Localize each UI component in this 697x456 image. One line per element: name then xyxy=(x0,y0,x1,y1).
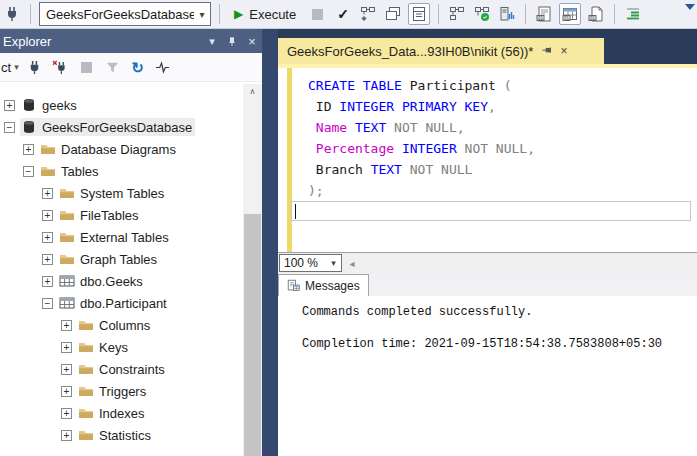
execute-button[interactable]: ▶ Execute xyxy=(228,2,302,26)
panel-splitter[interactable] xyxy=(262,29,278,456)
estimated-plan-icon[interactable] xyxy=(358,4,378,24)
expand-toggle[interactable]: + xyxy=(4,100,15,111)
scroll-up-icon[interactable]: ∧ xyxy=(243,84,262,100)
tree-item-filetables[interactable]: +FileTables xyxy=(0,204,243,226)
code-line: Branch TEXT NOT NULL xyxy=(308,159,697,180)
client-stats-icon[interactable] xyxy=(497,4,517,24)
tree-item-keys[interactable]: +Keys xyxy=(0,336,243,358)
tree-item-system-tables[interactable]: +System Tables xyxy=(0,182,243,204)
expand-toggle[interactable]: + xyxy=(42,276,53,287)
expand-toggle[interactable]: + xyxy=(61,342,72,353)
editor-horizontal-scrollbar[interactable]: ◂ xyxy=(344,255,697,272)
object-tree: +geeks−GeeksForGeeksDatabase+Database Di… xyxy=(0,82,243,456)
results-tab-strip: Messages xyxy=(278,273,697,296)
message-line xyxy=(302,320,697,336)
expand-toggle[interactable]: + xyxy=(23,144,34,155)
explorer-title: Explorer xyxy=(3,34,51,49)
code-line: Percentage INTEGER NOT NULL, xyxy=(308,138,697,159)
pin-icon[interactable] xyxy=(541,42,552,60)
tree-item-geeksforgeeksdatabase[interactable]: −GeeksForGeeksDatabase xyxy=(0,116,243,138)
svg-text:01: 01 xyxy=(564,16,570,21)
messages-output: Commands completed successfully. Complet… xyxy=(278,296,697,456)
toolbar-overflow-icon[interactable] xyxy=(685,4,695,10)
parse-query-icon[interactable]: ✓ xyxy=(333,6,353,22)
folder-icon xyxy=(40,163,56,179)
tree-item-indexes[interactable]: +Indexes xyxy=(0,402,243,424)
scrollbar-thumb[interactable] xyxy=(244,214,261,456)
tree-item-columns[interactable]: +Columns xyxy=(0,314,243,336)
sql-editor[interactable]: CREATE TABLE Participant ( ID INTEGER PR… xyxy=(278,68,697,252)
expand-toggle[interactable]: + xyxy=(61,386,72,397)
folder-icon xyxy=(78,383,94,399)
change-connection-icon[interactable] xyxy=(2,4,22,24)
tree-item-label: Triggers xyxy=(99,384,146,399)
tree-item-body: GeeksForGeeksDatabase xyxy=(20,118,195,136)
message-line: Completion time: 2021-09-15T18:54:38.758… xyxy=(302,336,697,352)
database-icon xyxy=(21,97,37,113)
zoom-level-select[interactable]: 100 % ▾ xyxy=(279,254,342,272)
collapse-toggle[interactable]: − xyxy=(4,122,15,133)
tree-item-external-tables[interactable]: +External Tables xyxy=(0,226,243,248)
collapse-toggle[interactable]: − xyxy=(42,298,53,309)
chevron-down-icon[interactable]: ▾ xyxy=(194,9,210,20)
tree-item-graph-tables[interactable]: +Graph Tables xyxy=(0,248,243,270)
tree-item-body: Columns xyxy=(77,316,153,334)
tree-item-label: dbo.Geeks xyxy=(80,274,143,289)
intellisense-icon[interactable] xyxy=(408,3,430,25)
messages-icon xyxy=(287,279,300,292)
scroll-left-icon[interactable]: ◂ xyxy=(344,258,360,269)
tree-item-dbo-participant[interactable]: −dbo.Participant xyxy=(0,292,243,314)
results-to-file-icon[interactable]: 01 xyxy=(586,4,606,24)
tree-item-body: FileTables xyxy=(58,206,142,224)
toolbar-separator xyxy=(219,4,220,24)
tree-item-triggers[interactable]: +Triggers xyxy=(0,380,243,402)
code-area[interactable]: CREATE TABLE Participant ( ID INTEGER PR… xyxy=(292,75,697,201)
tree-item-tables[interactable]: −Tables xyxy=(0,160,243,182)
tree-item-database-diagrams[interactable]: +Database Diagrams xyxy=(0,138,243,160)
collapse-toggle[interactable]: − xyxy=(23,166,34,177)
results-to-grid-icon[interactable]: 01 xyxy=(559,3,581,25)
selected-database: GeeksForGeeksDatabase xyxy=(40,7,194,22)
folder-icon xyxy=(59,251,75,267)
expand-toggle[interactable]: + xyxy=(61,408,72,419)
query-document-tab[interactable]: GeeksForGeeks_Data...93IH0B\nikit (56))*… xyxy=(278,38,604,64)
disconnect-icon[interactable] xyxy=(51,58,69,76)
tree-item-constraints[interactable]: +Constraints xyxy=(0,358,243,380)
available-databases-select[interactable]: GeeksForGeeksDatabase ▾ xyxy=(39,2,211,26)
tree-item-statistics[interactable]: +Statistics xyxy=(0,424,243,446)
window-position-icon[interactable]: ▾ xyxy=(202,35,222,48)
query-options-icon[interactable] xyxy=(383,4,403,24)
activity-monitor-icon[interactable] xyxy=(154,58,172,76)
tree-item-label: Database Diagrams xyxy=(61,142,176,157)
pin-icon[interactable] xyxy=(222,34,242,47)
actual-plan-icon[interactable] xyxy=(447,4,467,24)
refresh-icon[interactable]: ↻ xyxy=(129,58,147,76)
table-icon xyxy=(59,295,75,311)
live-query-stats-icon[interactable] xyxy=(472,4,492,24)
chevron-down-icon[interactable]: ▾ xyxy=(326,258,341,268)
tree-item-body: Tables xyxy=(39,162,102,180)
tab-messages[interactable]: Messages xyxy=(278,274,369,296)
close-icon[interactable]: × xyxy=(242,34,262,49)
close-icon[interactable]: × xyxy=(560,45,567,57)
tree-scrollbar[interactable]: ∧ xyxy=(243,84,262,456)
code-line: ); xyxy=(308,180,697,201)
connect-icon[interactable] xyxy=(26,58,44,76)
expand-toggle[interactable]: + xyxy=(61,320,72,331)
expand-toggle[interactable]: + xyxy=(61,430,72,441)
results-to-text-icon[interactable]: 01 xyxy=(534,4,554,24)
indent-icon[interactable] xyxy=(623,4,643,24)
tree-item-body: System Tables xyxy=(58,184,167,202)
expand-toggle[interactable]: + xyxy=(42,232,53,243)
tree-item-body: dbo.Participant xyxy=(58,294,170,312)
folder-icon xyxy=(59,185,75,201)
connect-dropdown[interactable]: ct ▾ xyxy=(1,60,19,75)
expand-toggle[interactable]: + xyxy=(61,364,72,375)
expand-toggle[interactable]: + xyxy=(42,210,53,221)
tree-item-geeks[interactable]: +geeks xyxy=(0,94,243,116)
expand-toggle[interactable]: + xyxy=(42,188,53,199)
tree-item-dbo-geeks[interactable]: +dbo.Geeks xyxy=(0,270,243,292)
expand-toggle[interactable]: + xyxy=(42,254,53,265)
toolbar-separator xyxy=(30,4,31,24)
tree-item-label: FileTables xyxy=(80,208,139,223)
